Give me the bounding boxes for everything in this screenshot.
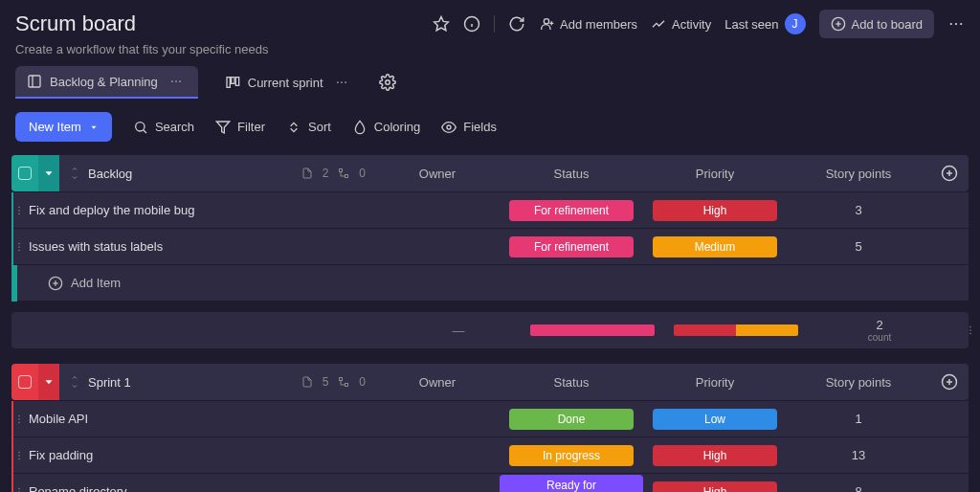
- board-icon: [27, 74, 42, 89]
- cell-status[interactable]: Done: [500, 409, 643, 430]
- row-menu-icon[interactable]: [13, 205, 25, 216]
- cell-points[interactable]: 3: [787, 203, 930, 217]
- table-row[interactable]: Fix and deploy the mobile bug For refine…: [11, 191, 969, 228]
- coloring-label: Coloring: [374, 120, 420, 134]
- summary-more-icon[interactable]: [951, 324, 980, 336]
- coloring-button[interactable]: Coloring: [352, 120, 420, 135]
- tab-backlog-label: Backlog & Planning: [50, 75, 158, 89]
- svg-point-16: [175, 80, 177, 82]
- column-owner[interactable]: Owner: [375, 167, 500, 181]
- row-menu-icon[interactable]: [13, 486, 25, 493]
- cell-priority[interactable]: Low: [643, 409, 787, 430]
- cell-status[interactable]: For refinement: [500, 200, 643, 221]
- tab-more-icon[interactable]: [166, 75, 187, 88]
- svg-point-37: [18, 210, 20, 212]
- cell-status[interactable]: In progress: [500, 445, 643, 466]
- sort-button[interactable]: Sort: [286, 120, 331, 135]
- chevron-down-icon: [42, 375, 56, 389]
- add-members-button[interactable]: Add members: [539, 16, 637, 32]
- column-priority[interactable]: Priority: [643, 167, 787, 181]
- fields-button[interactable]: Fields: [441, 120, 497, 135]
- add-to-board-button[interactable]: Add to board: [819, 10, 934, 38]
- row-title[interactable]: Fix padding: [25, 448, 375, 462]
- doc-count: 5: [323, 375, 329, 389]
- sort-label: Sort: [308, 120, 331, 134]
- group-collapse-toggle[interactable]: [38, 155, 59, 191]
- svg-rect-49: [340, 378, 343, 381]
- new-item-button[interactable]: New Item: [15, 112, 112, 142]
- group-collapse-toggle[interactable]: [38, 364, 59, 400]
- add-column-button[interactable]: [930, 165, 969, 182]
- group-title[interactable]: Backlog: [88, 167, 294, 181]
- summary-priority-bar[interactable]: [664, 324, 808, 336]
- cell-points[interactable]: 13: [787, 448, 930, 462]
- cell-status[interactable]: Ready for development: [500, 475, 643, 493]
- fields-label: Fields: [463, 120, 497, 134]
- activity-button[interactable]: Activity: [651, 16, 711, 32]
- eye-icon: [441, 120, 457, 135]
- cell-points[interactable]: 5: [787, 239, 930, 254]
- column-points[interactable]: Story points: [787, 167, 930, 181]
- svg-marker-25: [91, 125, 96, 128]
- column-status[interactable]: Status: [500, 167, 643, 181]
- column-points[interactable]: Story points: [787, 375, 930, 390]
- svg-rect-31: [340, 169, 343, 172]
- star-icon[interactable]: [433, 15, 450, 33]
- tab-current-sprint[interactable]: Current sprint: [213, 67, 364, 98]
- cell-points[interactable]: 1: [787, 412, 930, 426]
- svg-point-59: [18, 458, 20, 459]
- table-row[interactable]: Rename directory Ready for development H…: [11, 473, 969, 492]
- cell-points[interactable]: 8: [787, 484, 930, 492]
- tab-more-icon[interactable]: [331, 76, 352, 89]
- summary-status-bar[interactable]: [521, 324, 664, 336]
- row-menu-icon[interactable]: [13, 414, 25, 425]
- refresh-icon[interactable]: [508, 15, 525, 33]
- activity-label: Activity: [672, 17, 711, 32]
- cell-priority[interactable]: High: [643, 445, 787, 466]
- group-checkbox[interactable]: [11, 155, 38, 191]
- column-priority[interactable]: Priority: [643, 375, 787, 390]
- tab-sprint-label: Current sprint: [248, 76, 323, 90]
- row-menu-icon[interactable]: [13, 450, 25, 461]
- drag-icon[interactable]: [69, 376, 80, 388]
- row-menu-icon[interactable]: [13, 241, 25, 253]
- svg-point-57: [18, 451, 20, 453]
- svg-point-36: [18, 206, 20, 208]
- group-checkbox[interactable]: [11, 364, 38, 400]
- svg-point-55: [18, 418, 20, 420]
- cell-status[interactable]: For refinement: [500, 236, 643, 257]
- svg-point-11: [955, 23, 957, 25]
- tab-backlog-planning[interactable]: Backlog & Planning: [15, 66, 198, 99]
- group-summary: — 2 count: [11, 312, 969, 348]
- svg-rect-32: [345, 175, 348, 178]
- cell-priority[interactable]: High: [643, 481, 787, 493]
- column-status[interactable]: Status: [500, 375, 643, 390]
- group-title[interactable]: Sprint 1: [88, 375, 294, 390]
- board-subtitle: Create a workflow that fits your specifi…: [0, 42, 980, 66]
- last-seen-button[interactable]: Last seen J: [724, 13, 805, 34]
- search-button[interactable]: Search: [133, 120, 194, 135]
- cell-priority[interactable]: High: [643, 200, 787, 221]
- drag-icon[interactable]: [69, 168, 80, 179]
- info-icon[interactable]: [463, 15, 480, 33]
- table-row[interactable]: Mobile API Done Low 1: [11, 400, 969, 436]
- row-title[interactable]: Issues with status labels: [25, 239, 375, 254]
- add-column-button[interactable]: [930, 373, 969, 391]
- table-row[interactable]: Fix padding In progress High 13: [11, 436, 969, 473]
- table-row[interactable]: Issues with status labels For refinement…: [11, 228, 969, 264]
- svg-point-10: [950, 23, 952, 25]
- svg-point-41: [18, 249, 20, 251]
- more-icon[interactable]: [947, 15, 965, 33]
- svg-point-12: [960, 23, 962, 25]
- cell-priority[interactable]: Medium: [643, 236, 787, 257]
- column-owner[interactable]: Owner: [375, 375, 500, 390]
- row-title[interactable]: Fix and deploy the mobile bug: [25, 203, 375, 217]
- row-title[interactable]: Mobile API: [25, 412, 375, 426]
- board-title: Scrum board: [15, 11, 136, 36]
- filter-button[interactable]: Filter: [215, 120, 265, 135]
- add-item-row[interactable]: Add Item: [11, 264, 969, 301]
- settings-icon[interactable]: [379, 74, 396, 91]
- row-title[interactable]: Rename directory: [25, 484, 375, 492]
- svg-marker-0: [434, 17, 449, 31]
- doc-count: 2: [323, 167, 329, 180]
